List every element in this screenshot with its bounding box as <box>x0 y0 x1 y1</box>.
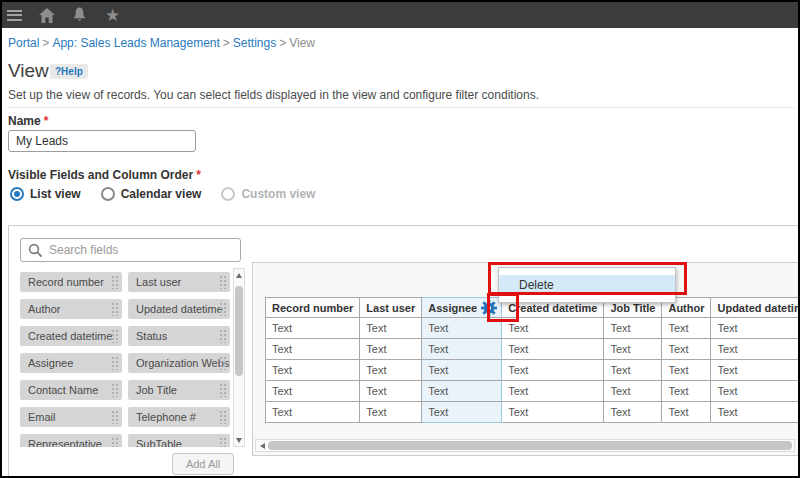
breadcrumb-separator: > <box>279 36 286 50</box>
preview-cell: Text <box>502 402 604 423</box>
search-fields-box <box>20 238 241 262</box>
scrollbar-thumb[interactable] <box>268 441 792 450</box>
notifications-bell-icon[interactable] <box>71 7 88 24</box>
preview-cell: Text <box>604 381 662 402</box>
drag-handle-icon[interactable] <box>219 410 226 424</box>
preview-cell: Text <box>662 402 711 423</box>
preview-cell: Text <box>360 339 422 360</box>
preview-cell: Text <box>711 339 798 360</box>
drag-handle-icon[interactable] <box>111 410 118 424</box>
preview-cell: Text <box>266 402 360 423</box>
field-chip[interactable]: Status <box>128 326 230 346</box>
breadcrumb-item[interactable]: Portal <box>8 36 39 50</box>
home-icon[interactable] <box>38 7 55 24</box>
search-fields-input[interactable] <box>49 240 240 260</box>
column-header-updated-datetime[interactable]: Updated datetime <box>711 298 798 318</box>
drag-handle-icon[interactable] <box>219 383 226 397</box>
preview-cell: Text <box>662 318 711 339</box>
preview-cell: Text <box>266 381 360 402</box>
field-chip[interactable]: Author <box>20 299 122 319</box>
field-chip[interactable]: Created datetime <box>20 326 122 346</box>
field-chip[interactable]: Assignee <box>20 353 122 373</box>
breadcrumb-separator: > <box>42 36 49 50</box>
field-chip-label: Last user <box>136 276 181 288</box>
field-chip[interactable]: Email <box>20 407 122 427</box>
radio-circle-icon[interactable] <box>101 187 115 201</box>
radio-label: Custom view <box>241 187 315 201</box>
scroll-left-icon[interactable] <box>256 440 268 451</box>
field-chip[interactable]: Last user <box>128 272 230 292</box>
column-header-last-user[interactable]: Last user <box>360 298 422 318</box>
drag-handle-icon[interactable] <box>219 356 226 370</box>
field-chip-label: Job Title <box>136 384 177 396</box>
drag-handle-icon[interactable] <box>219 275 226 289</box>
preview-cell: Text <box>422 381 502 402</box>
scroll-up-icon[interactable] <box>234 269 244 281</box>
field-chip[interactable]: Job Title <box>128 380 230 400</box>
field-chip-label: Assignee <box>28 357 73 369</box>
menu-item-delete[interactable]: Delete <box>499 275 675 295</box>
preview-table-row: TextTextTextTextTextTextText <box>266 339 799 360</box>
favorites-star-icon[interactable]: ★ <box>104 7 121 24</box>
radio-circle-icon[interactable] <box>10 187 24 201</box>
field-chip-label: Representative <box>28 438 102 447</box>
field-chip[interactable]: Updated datetime <box>128 299 230 319</box>
field-chip-col1: Record numberAuthorCreated datetimeAssig… <box>20 272 122 447</box>
scroll-down-icon[interactable] <box>234 434 244 446</box>
preview-cell: Text <box>662 360 711 381</box>
drag-handle-icon[interactable] <box>111 302 118 316</box>
breadcrumb-item: View <box>289 36 315 50</box>
field-chip[interactable]: Telephone # <box>128 407 230 427</box>
field-chip[interactable]: Record number <box>20 272 122 292</box>
page-description: Set up the view of records. You can sele… <box>8 88 539 102</box>
radio-option[interactable]: Calendar view <box>101 187 202 201</box>
column-settings-menu: Delete <box>498 267 676 303</box>
preview-cell: Text <box>360 360 422 381</box>
column-header-assignee[interactable]: Assignee <box>422 298 502 318</box>
drag-handle-icon[interactable] <box>219 302 226 316</box>
drag-handle-icon[interactable] <box>111 329 118 343</box>
drag-handle-icon[interactable] <box>111 437 118 447</box>
radio-label: Calendar view <box>121 187 202 201</box>
field-list-scrollbar[interactable] <box>233 268 245 447</box>
preview-cell: Text <box>604 318 662 339</box>
view-name-input[interactable] <box>8 130 196 152</box>
add-all-button[interactable]: Add All <box>172 453 234 475</box>
preview-horizontal-scrollbar[interactable] <box>255 439 795 452</box>
field-chip-label: Updated datetime <box>136 303 223 315</box>
column-settings-gear-icon[interactable] <box>481 300 498 317</box>
field-chip-col2: Last userUpdated datetimeStatusOrganizat… <box>128 272 230 447</box>
preview-cell: Text <box>266 360 360 381</box>
preview-cell: Text <box>360 381 422 402</box>
drag-handle-icon[interactable] <box>219 329 226 343</box>
help-link[interactable]: ?Help <box>50 64 88 79</box>
scrollbar-thumb[interactable] <box>235 286 243 376</box>
column-header-label: Assignee <box>428 302 477 314</box>
drag-handle-icon[interactable] <box>111 356 118 370</box>
hamburger-menu-icon[interactable] <box>7 10 22 21</box>
field-chip[interactable]: SubTable <box>128 434 230 447</box>
field-chip-label: Status <box>136 330 167 342</box>
radio-option[interactable]: List view <box>10 187 81 201</box>
drag-handle-icon[interactable] <box>111 383 118 397</box>
search-icon <box>28 243 43 258</box>
page-title: View <box>8 60 49 82</box>
breadcrumb-item[interactable]: App: Sales Leads Management <box>52 36 219 50</box>
drag-handle-icon[interactable] <box>111 275 118 289</box>
radio-option: Custom view <box>221 187 315 201</box>
divider <box>8 107 794 108</box>
view-type-radio-group: List viewCalendar viewCustom view <box>10 187 335 201</box>
preview-cell: Text <box>502 339 604 360</box>
field-list: Record numberAuthorCreated datetimeAssig… <box>20 268 232 447</box>
field-chip[interactable]: Organization Website <box>128 353 230 373</box>
breadcrumb-item[interactable]: Settings <box>233 36 276 50</box>
field-chip[interactable]: Representative <box>20 434 122 447</box>
preview-cell: Text <box>711 381 798 402</box>
radio-circle-icon <box>221 187 235 201</box>
drag-handle-icon[interactable] <box>219 437 226 447</box>
field-chip[interactable]: Contact Name <box>20 380 122 400</box>
preview-cell: Text <box>502 381 604 402</box>
column-header-record-number[interactable]: Record number <box>266 298 360 318</box>
preview-cell: Text <box>711 318 798 339</box>
breadcrumb-separator: > <box>223 36 230 50</box>
